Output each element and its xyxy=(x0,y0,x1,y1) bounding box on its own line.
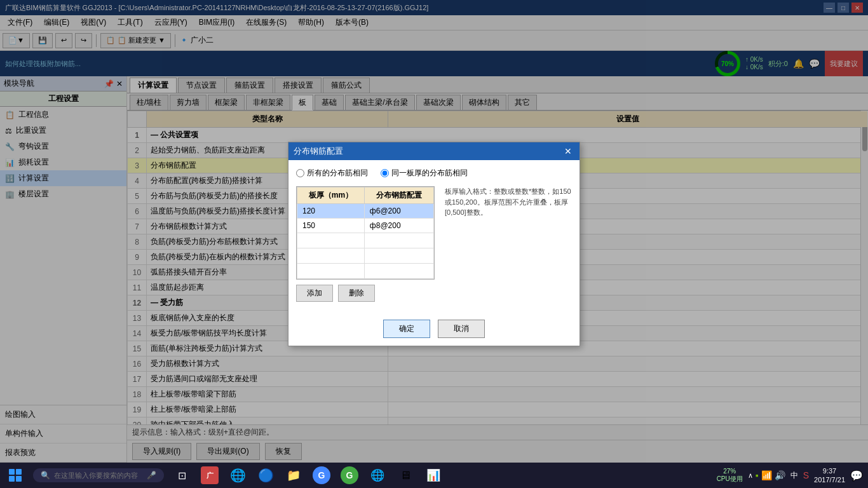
dialog-ok-button[interactable]: 确定 xyxy=(383,320,430,338)
dialog-table-area: 板厚（mm） 分布钢筋配置 120 ф6@200 150 xyxy=(296,186,435,280)
dialog-content: 所有的分布筋相同 同一板厚的分布筋相同 板厚（mm） 分布 xyxy=(288,160,580,315)
radio-all-same-input[interactable] xyxy=(296,169,304,177)
win-quad-tl xyxy=(9,469,15,475)
dialog-row1-config[interactable]: ф6@200 xyxy=(364,204,433,219)
distribution-bar-dialog: 分布钢筋配置 ✕ 所有的分布筋相同 同一板厚的分布筋相同 xyxy=(288,142,580,346)
cpu-usage-value: 27% xyxy=(717,468,743,475)
taskbar-date-value: 2017/7/21 xyxy=(814,475,845,484)
dialog-title-text: 分布钢筋配置 xyxy=(294,146,343,157)
taskbar: 🔍 🎤 ⊡ 广 🌐 🔵 📁 G G 🌐 🖥 📊 27% CPU使用 ∧ ▪ 📶 xyxy=(0,463,868,488)
speaker-icon: 🔊 xyxy=(775,470,785,480)
up-arrow-icon[interactable]: ∧ xyxy=(748,471,753,480)
taskbar-app-g2[interactable]: G xyxy=(337,463,362,488)
dialog-table-section: 板厚（mm） 分布钢筋配置 120 ф6@200 150 xyxy=(296,186,572,307)
dialog-table-row-1[interactable]: 120 ф6@200 xyxy=(297,204,434,219)
radio-same-thickness[interactable]: 同一板厚的分布筋相同 xyxy=(381,168,468,179)
app-g1-icon: G xyxy=(313,466,330,484)
sougou-icon: S xyxy=(803,470,809,480)
dialog-empty1-config xyxy=(364,233,433,248)
dialog-table-row-empty1[interactable] xyxy=(297,233,434,248)
nvidia-icon: ▪ xyxy=(756,470,759,480)
taskbar-search-input[interactable] xyxy=(54,471,143,479)
taskbar-search-bar[interactable]: 🔍 🎤 xyxy=(33,468,164,482)
cpu-usage-label: CPU使用 xyxy=(717,475,743,484)
taskbar-app-edge[interactable]: 🔵 xyxy=(253,463,278,488)
dialog-data-table: 板厚（mm） 分布钢筋配置 120 ф6@200 150 xyxy=(297,187,434,279)
dialog-th-config: 分布钢筋配置 xyxy=(364,187,433,204)
windows-logo xyxy=(9,469,22,482)
mic-icon: 🎤 xyxy=(147,471,156,480)
win-quad-bl xyxy=(9,476,15,482)
radio-same-thickness-label: 同一板厚的分布筋相同 xyxy=(391,168,468,179)
dialog-empty2-thickness xyxy=(297,248,365,264)
notification-center-icon[interactable]: 💬 xyxy=(850,470,863,482)
taskbar-datetime: 9:37 2017/7/21 xyxy=(814,466,845,485)
dialog-delete-button[interactable]: 删除 xyxy=(338,285,375,302)
dialog-empty3-config xyxy=(364,264,433,279)
taskbar-app-g1[interactable]: G xyxy=(309,463,334,488)
taskbar-right: 27% CPU使用 ∧ ▪ 📶 🔊 中 S 9:37 2017/7/21 💬 xyxy=(717,466,868,485)
input-method-icon[interactable]: 中 xyxy=(788,469,801,482)
win-quad-br xyxy=(16,476,22,482)
dialog-overlay: 分布钢筋配置 ✕ 所有的分布筋相同 同一板厚的分布筋相同 xyxy=(0,0,868,488)
dialog-radio-options: 所有的分布筋相同 同一板厚的分布筋相同 xyxy=(296,168,572,179)
taskbar-start-button[interactable] xyxy=(0,463,31,488)
taskbar-apps: ⊡ 广 🌐 🔵 📁 G G 🌐 🖥 📊 xyxy=(166,463,717,488)
taskbar-app-folder[interactable]: 📁 xyxy=(281,463,306,488)
taskbar-app-browser[interactable]: 🌐 xyxy=(365,463,390,488)
dialog-hint-text: 板厚输入格式：整数或整数*整数，如150或150,200。板厚范围不允许重叠，板… xyxy=(445,186,572,307)
dialog-table-wrapper: 板厚（mm） 分布钢筋配置 120 ф6@200 150 xyxy=(296,186,435,307)
taskbar-app-ie[interactable]: 🌐 xyxy=(225,463,250,488)
dialog-footer: 确定 取消 xyxy=(288,315,580,346)
glodon-icon: 广 xyxy=(201,466,219,484)
dialog-table-row-2[interactable]: 150 ф8@200 xyxy=(297,219,434,233)
dialog-cancel-button[interactable]: 取消 xyxy=(438,320,485,338)
dialog-empty2-config xyxy=(364,248,433,264)
app-g2-icon: G xyxy=(341,466,358,484)
dialog-row1-thickness[interactable]: 120 xyxy=(297,204,365,219)
win-quad-tr xyxy=(16,469,22,475)
taskbar-system-icons: ∧ ▪ 📶 🔊 中 S xyxy=(748,469,809,482)
dialog-th-thickness: 板厚（mm） xyxy=(297,187,365,204)
dialog-add-button[interactable]: 添加 xyxy=(296,285,333,302)
search-icon: 🔍 xyxy=(41,471,50,480)
taskbar-app-monitor[interactable]: 🖥 xyxy=(393,463,418,488)
dialog-close-button[interactable]: ✕ xyxy=(562,145,574,158)
dialog-empty1-thickness xyxy=(297,233,365,248)
radio-all-same-label: 所有的分布筋相同 xyxy=(307,168,368,179)
taskbar-app-glodon[interactable]: 广 xyxy=(197,463,222,488)
dialog-empty3-thickness xyxy=(297,264,365,279)
radio-all-same[interactable]: 所有的分布筋相同 xyxy=(296,168,368,179)
dialog-row2-thickness[interactable]: 150 xyxy=(297,219,365,233)
dialog-table-row-empty2[interactable] xyxy=(297,248,434,264)
dialog-table-row-empty3[interactable] xyxy=(297,264,434,279)
taskbar-app-task-view[interactable]: ⊡ xyxy=(169,463,194,488)
taskbar-time-value: 9:37 xyxy=(814,466,845,475)
wifi-icon: 📶 xyxy=(761,470,772,480)
dialog-row2-config[interactable]: ф8@200 xyxy=(364,219,433,233)
taskbar-cpu-info: 27% CPU使用 xyxy=(717,468,743,484)
dialog-title-bar: 分布钢筋配置 ✕ xyxy=(288,142,580,160)
radio-same-thickness-input[interactable] xyxy=(381,169,389,177)
dialog-action-buttons: 添加 删除 xyxy=(296,285,435,302)
taskbar-app-chart[interactable]: 📊 xyxy=(421,463,446,488)
